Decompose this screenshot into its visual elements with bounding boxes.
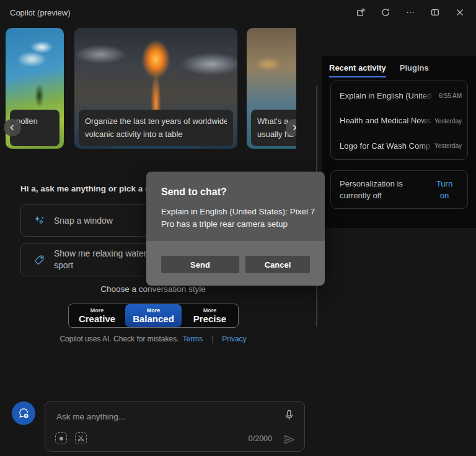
dialog-footer: Send Cancel (146, 241, 325, 286)
privacy-link[interactable]: Privacy (222, 335, 246, 343)
suggestion-label: Snap a window (54, 215, 113, 227)
screenshot-button[interactable] (55, 432, 67, 444)
split-view-button[interactable] (423, 0, 447, 25)
split-view-icon (430, 7, 440, 17)
history-item[interactable]: Logo for Cat Wash Comp Yesterday (331, 133, 467, 159)
open-external-icon (356, 7, 366, 17)
terms-link[interactable]: Terms (182, 335, 203, 343)
dialog-title: Send to chat? (161, 186, 310, 198)
titlebar-controls (348, 0, 472, 25)
carousel-prev-button[interactable] (4, 119, 21, 136)
personalization-text: Personalization is currently off (340, 178, 421, 202)
suggestion-label: Show me relaxing water sport (54, 248, 152, 271)
history-item[interactable]: Explain in English (United S 6:55 AM (331, 83, 467, 108)
conversation-style-label: Choose a conversation style (0, 284, 306, 294)
chevron-right-icon (290, 123, 296, 132)
chat-composer: 0/2000 (45, 401, 305, 452)
suggestion-water-sport[interactable]: Show me relaxing water sport (20, 243, 157, 276)
new-topic-button[interactable] (12, 401, 35, 425)
card-caption: Organize the last ten years of worldwide… (79, 110, 233, 146)
greeting-text: Hi a, ask me anything or pick a sug (20, 184, 160, 193)
right-panel: Recent activity Plugins Explain in Engli… (322, 56, 476, 228)
refresh-icon (381, 7, 390, 17)
history-item-time: 6:55 AM (439, 92, 462, 99)
history-item-title: Logo for Cat Wash Comp (340, 141, 434, 151)
ai-disclaimer: Copilot uses AI. Check for mistakes. Ter… (0, 335, 306, 343)
window-title: Copilot (preview) (10, 8, 71, 17)
send-to-chat-dialog: Send to chat? Explain in English (United… (146, 172, 325, 286)
style-more-balanced[interactable]: More Balanced (125, 304, 182, 327)
history-item[interactable]: Health and Medical News Yesterday (331, 108, 467, 134)
sparkle-icon (33, 215, 45, 227)
chat-input[interactable] (56, 409, 261, 424)
tab-plugins[interactable]: Plugins (400, 63, 429, 77)
snip-button[interactable] (75, 432, 87, 444)
copilot-window: Copilot (preview) pollen (0, 0, 476, 456)
close-button[interactable] (447, 0, 472, 25)
suggestion-carousel: pollen Organize the last ten years of wo… (0, 28, 296, 152)
tab-recent-activity[interactable]: Recent activity (329, 63, 386, 77)
history-item-title: Health and Medical News (340, 116, 434, 125)
refresh-button[interactable] (373, 0, 398, 25)
chevron-left-icon (8, 123, 17, 132)
link-separator: | (211, 335, 213, 343)
recent-activity-list: Explain in English (United S 6:55 AM Hea… (330, 81, 468, 160)
chat-plus-icon (17, 407, 30, 420)
more-options-button[interactable] (398, 0, 423, 25)
personalization-card: Personalization is currently off Turn on (330, 170, 468, 209)
screenshot-icon (60, 437, 63, 441)
history-item-time: Yesterday (434, 117, 462, 124)
dialog-send-button[interactable]: Send (161, 256, 239, 273)
conversation-style-toggle: More Creative More Balanced More Precise (68, 304, 239, 328)
titlebar: Copilot (preview) (0, 0, 476, 25)
suggestion-snap-window[interactable]: Snap a window (20, 204, 157, 237)
disclaimer-text: Copilot uses AI. Check for mistakes. (60, 335, 178, 343)
style-more-precise[interactable]: More Precise (182, 304, 238, 327)
open-external-button[interactable] (348, 0, 373, 25)
dialog-cancel-button[interactable]: Cancel (245, 256, 310, 273)
style-more-creative[interactable]: More Creative (69, 304, 125, 327)
microphone-icon[interactable] (284, 410, 294, 421)
character-counter: 0/2000 (249, 434, 272, 443)
history-item-title: Explain in English (United S (340, 91, 434, 100)
tag-icon (33, 254, 45, 266)
history-item-time: Yesterday (434, 142, 462, 149)
turn-on-link[interactable]: Turn on (431, 178, 457, 202)
panel-tabs: Recent activity Plugins (329, 63, 429, 77)
close-icon (455, 7, 465, 17)
carousel-card-volcano[interactable]: Organize the last ten years of worldwide… (74, 28, 237, 149)
more-options-icon (405, 7, 415, 17)
send-button[interactable] (283, 433, 296, 446)
dialog-message: Explain in English (United States): Pixe… (161, 206, 310, 231)
scissors-icon (77, 435, 84, 442)
dialog-body: Send to chat? Explain in English (United… (146, 172, 325, 241)
